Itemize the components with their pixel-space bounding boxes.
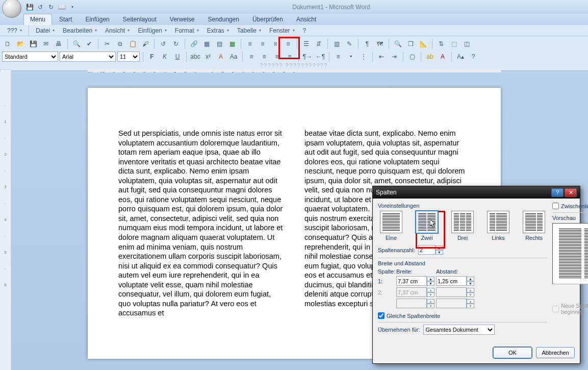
tab-sendungen[interactable]: Sendungen — [202, 14, 245, 25]
align-left-icon[interactable]: ≡ — [244, 38, 255, 50]
dialog-titlebar[interactable]: Spalten ? ✕ — [373, 186, 580, 199]
zoom-icon[interactable]: 🔍 — [392, 38, 403, 50]
preset-one[interactable]: Eine — [378, 211, 404, 241]
distribute-icon[interactable]: ⇵ — [313, 38, 324, 50]
font-size-combo[interactable]: 11 — [117, 52, 140, 62]
separator-line-checkbox[interactable]: Zwischenlinie — [552, 203, 588, 209]
dialog-close-button[interactable]: ✕ — [565, 188, 577, 197]
underline-button[interactable]: U — [172, 51, 183, 62]
undo-icon[interactable]: ↺ — [36, 3, 44, 11]
style-combo[interactable]: Standard — [2, 52, 58, 62]
tab-seitenlayout[interactable]: Seitenlayout — [117, 14, 163, 25]
doc-map-icon[interactable]: 🗺 — [374, 38, 386, 50]
preset-two[interactable]: Zwei — [414, 211, 440, 241]
tab-verweise[interactable]: Verweise — [164, 14, 201, 25]
sort-icon[interactable]: ⇅ — [436, 38, 447, 50]
book-icon[interactable]: 📖 — [58, 3, 66, 11]
office-button[interactable] — [2, 0, 21, 18]
hyperlink-icon[interactable]: 🔗 — [188, 38, 199, 50]
window-icon[interactable]: ❐ — [405, 38, 416, 50]
undo-icon[interactable]: ↺ — [158, 38, 169, 50]
object-icon[interactable]: ◫ — [461, 38, 472, 50]
count-up-icon[interactable]: ▲ — [436, 245, 443, 250]
grow-font-icon[interactable]: A▴ — [455, 51, 466, 62]
spellcheck-icon[interactable]: ✔ — [84, 38, 95, 50]
format-painter-icon[interactable]: 🖌 — [140, 38, 151, 50]
save-icon[interactable]: 💾 — [25, 3, 34, 11]
dialog-help-button[interactable]: ? — [551, 188, 564, 197]
numbering-icon[interactable]: ≡ — [333, 51, 344, 62]
redo-icon[interactable]: ↻ — [47, 3, 55, 11]
decrease-indent-icon[interactable]: ⇤ — [376, 51, 387, 62]
align-center2-icon[interactable]: ≡ — [259, 51, 270, 62]
increase-indent-icon[interactable]: ⇥ — [389, 51, 400, 62]
align-right-icon[interactable]: ≡ — [270, 38, 281, 50]
font-combo[interactable]: Arial — [60, 52, 116, 62]
tab-ueberpruefen[interactable]: Überprüfen — [246, 14, 289, 25]
borders-icon[interactable]: ▢ — [406, 51, 418, 62]
menu-extras[interactable]: Extras — [204, 26, 232, 35]
bold-button[interactable]: F — [146, 51, 158, 62]
align-justify2-icon[interactable]: ≡ — [284, 51, 295, 62]
document-text-col1[interactable]: Sed ut perspiciatis, unde omnis iste nat… — [118, 129, 284, 318]
tab-einfuegen[interactable]: Einfügen — [79, 14, 115, 25]
excel-icon[interactable]: ▦ — [226, 38, 238, 50]
tab-menu[interactable]: Menu — [23, 14, 52, 25]
select-icon[interactable]: ⬚ — [448, 38, 459, 50]
mail-icon[interactable]: ✉ — [40, 38, 52, 50]
save-icon[interactable]: 💾 — [28, 38, 39, 50]
align-right2-icon[interactable]: ≡ — [271, 51, 283, 62]
paste-icon[interactable]: 📋 — [127, 38, 138, 50]
strike-icon[interactable]: abc — [190, 51, 201, 62]
superscript-icon[interactable]: x² — [202, 51, 214, 62]
bullets-icon[interactable]: • — [345, 51, 356, 62]
align-left2-icon[interactable]: ≡ — [246, 51, 257, 62]
align-justify-icon[interactable]: ≡ — [283, 38, 294, 50]
change-case-icon[interactable]: Aa — [228, 51, 239, 62]
highlight-icon[interactable]: ab — [424, 51, 436, 62]
table-icon[interactable]: ▦ — [201, 38, 212, 50]
menu-help[interactable]: ? — [300, 26, 310, 35]
preset-three[interactable]: Drei — [449, 211, 476, 241]
count-down-icon[interactable]: ▼ — [436, 250, 443, 255]
drawing-icon[interactable]: ✎ — [344, 38, 355, 50]
row1-gap-input[interactable] — [436, 276, 467, 286]
align-center-icon[interactable]: ≡ — [257, 38, 268, 50]
preset-right[interactable]: Rechts — [521, 211, 547, 241]
redo-icon[interactable]: ↻ — [170, 38, 182, 50]
italic-button[interactable]: K — [159, 51, 170, 62]
line-spacing-icon[interactable]: ☰ — [300, 38, 312, 50]
ok-button[interactable]: OK — [493, 347, 532, 358]
menu-unknown[interactable]: ??? — [4, 26, 25, 35]
help-icon[interactable]: ? — [468, 51, 479, 62]
apply-to-combo[interactable]: Gesamtes Dokument — [423, 325, 495, 335]
rtl-icon[interactable]: ←¶ — [315, 51, 326, 62]
copy-icon[interactable]: ⧉ — [114, 38, 125, 50]
menu-format[interactable]: Format — [172, 26, 202, 35]
cut-icon[interactable]: ✂ — [101, 38, 113, 50]
menu-datei[interactable]: Datei — [33, 26, 58, 35]
preset-left[interactable]: Links — [485, 211, 512, 241]
qat-more-icon[interactable]: ▾ — [68, 3, 76, 11]
cancel-button[interactable]: Abbrechen — [536, 347, 575, 358]
menu-einfuegen[interactable]: Einfügen — [135, 26, 169, 35]
menu-tabelle[interactable]: Tabelle — [234, 26, 264, 35]
tab-start[interactable]: Start — [53, 14, 78, 25]
multilevel-icon[interactable]: ⋮ — [358, 51, 369, 62]
ruler-icon[interactable]: 📐 — [418, 38, 429, 50]
insert-table-icon[interactable]: ▤ — [214, 38, 225, 50]
menu-fenster[interactable]: Fenster — [266, 26, 298, 35]
ltr-icon[interactable]: ¶→ — [302, 51, 313, 62]
equal-width-checkbox[interactable]: Gleiche Spaltenbreite — [378, 312, 547, 319]
row1-width-input[interactable] — [396, 276, 427, 286]
column-count-input[interactable] — [418, 245, 436, 255]
columns-icon[interactable]: ▥ — [331, 38, 342, 50]
new-doc-icon[interactable]: 🗋 — [2, 38, 13, 50]
print-icon[interactable]: 🖶 — [53, 38, 64, 50]
font-color-icon[interactable]: A — [437, 51, 448, 62]
vertical-ruler[interactable]: ·1· 2·3 ·4· 5·6 — [0, 72, 11, 370]
print-preview-icon[interactable]: 🔍 — [71, 38, 82, 50]
text-effects-icon[interactable]: A — [215, 51, 226, 62]
show-marks-icon[interactable]: ¶ — [362, 38, 373, 50]
open-icon[interactable]: 📂 — [15, 38, 26, 50]
